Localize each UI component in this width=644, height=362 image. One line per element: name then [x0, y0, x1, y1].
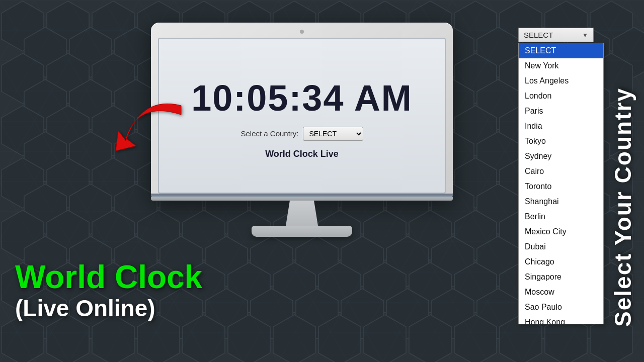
- dropdown-item[interactable]: India: [519, 119, 603, 134]
- dropdown-overlay: SELECT ▼ SELECTNew YorkLos AngelesLondon…: [518, 28, 594, 42]
- dropdown-item[interactable]: Berlin: [519, 209, 603, 224]
- main-title-line1: World Clock: [15, 259, 202, 295]
- app-title: World Clock Live: [265, 149, 339, 159]
- dropdown-item[interactable]: Sydney: [519, 149, 603, 164]
- dropdown-item[interactable]: Paris: [519, 104, 603, 119]
- dropdown-item[interactable]: London: [519, 88, 603, 104]
- dropdown-item[interactable]: Toronto: [519, 179, 603, 194]
- monitor-base: [252, 226, 352, 237]
- monitor-camera: [300, 30, 304, 34]
- dropdown-item[interactable]: Los Angeles: [519, 73, 603, 88]
- dropdown-list[interactable]: SELECTNew YorkLos AngelesLondonParisIndi…: [518, 43, 604, 324]
- dropdown-item[interactable]: Sao Paulo: [519, 300, 603, 315]
- side-text: Select Your Country: [609, 25, 636, 327]
- main-title-line2: (Live Online): [15, 295, 202, 322]
- select-country-label: Select a Country:: [240, 129, 298, 138]
- dropdown-item[interactable]: New York: [519, 58, 603, 73]
- dropdown-item[interactable]: Dubai: [519, 239, 603, 254]
- arrow-icon: [111, 90, 201, 171]
- dropdown-item[interactable]: Chicago: [519, 254, 603, 269]
- country-select-row: Select a Country: SELECT: [240, 127, 363, 141]
- dropdown-item[interactable]: Mexico City: [519, 224, 603, 239]
- dropdown-arrow-icon: ▼: [582, 32, 588, 39]
- clock-display: 10:05:34 AM: [191, 77, 413, 119]
- dropdown-item[interactable]: Cairo: [519, 164, 603, 179]
- dropdown-item[interactable]: Tokyo: [519, 134, 603, 149]
- dropdown-item[interactable]: Singapore: [519, 269, 603, 285]
- left-text-block: World Clock (Live Online): [15, 259, 202, 322]
- dropdown-item[interactable]: Hong Kong: [519, 315, 603, 324]
- dropdown-item[interactable]: Shanghai: [519, 194, 603, 209]
- monitor-neck: [282, 201, 322, 226]
- dropdown-item[interactable]: SELECT: [519, 43, 603, 58]
- monitor-bottom-bar: [151, 197, 453, 201]
- select-trigger[interactable]: SELECT ▼: [518, 28, 594, 42]
- select-trigger-label: SELECT: [524, 31, 578, 39]
- country-select-dropdown[interactable]: SELECT: [303, 127, 363, 141]
- dropdown-item[interactable]: Moscow: [519, 285, 603, 300]
